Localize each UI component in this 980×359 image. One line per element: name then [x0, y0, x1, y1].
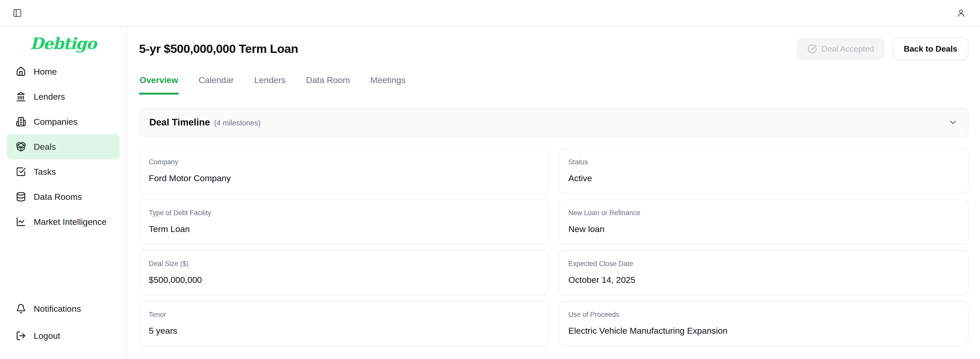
- field-label: Status: [568, 158, 959, 166]
- field-value: 5 years: [149, 326, 539, 336]
- chevron-down-icon: [948, 118, 958, 127]
- field-card-deal-size: Deal Size ($) $500,000,000: [139, 250, 549, 295]
- deal-timeline-accordion[interactable]: Deal Timeline (4 milestones): [139, 108, 969, 137]
- field-value: Active: [568, 173, 959, 183]
- deal-timeline-header: Deal Timeline (4 milestones): [149, 117, 261, 128]
- sidebar-toggle-button[interactable]: [13, 8, 22, 18]
- field-card-new-loan-or-refinance: New Loan or Refinance New loan: [558, 199, 969, 244]
- field-card-tenor: Tenor 5 years: [139, 301, 549, 346]
- sidebar-item-label: Tasks: [34, 167, 56, 177]
- tab-data-room[interactable]: Data Room: [305, 75, 350, 94]
- field-card-type-of-debt-facility: Type of Debt Facility Term Loan: [139, 199, 549, 244]
- back-to-deals-label: Back to Deals: [904, 44, 957, 54]
- landmark-icon: [16, 91, 26, 102]
- square-check-icon: [16, 167, 26, 177]
- chart-line-icon: [16, 217, 26, 227]
- package-icon: [16, 142, 26, 152]
- building-icon: [16, 116, 26, 127]
- sidebar-item-market-intelligence[interactable]: Market Intelligence: [6, 209, 120, 234]
- field-label: Expected Close Date: [568, 260, 959, 268]
- field-card-company: Company Ford Motor Company: [139, 148, 549, 193]
- sidebar-footer: Notifications Logout: [0, 296, 126, 348]
- sidebar-item-home[interactable]: Home: [6, 59, 120, 84]
- sidebar-item-data-rooms[interactable]: Data Rooms: [6, 184, 120, 209]
- field-label: Tenor: [149, 311, 539, 319]
- deal-accepted-label: Deal Accepted: [821, 44, 874, 54]
- sidebar-item-notifications[interactable]: Notifications: [6, 296, 120, 321]
- sidebar-item-companies[interactable]: Companies: [6, 109, 120, 134]
- deal-fields-grid: Company Ford Motor Company Status Active…: [139, 148, 969, 346]
- back-to-deals-button[interactable]: Back to Deals: [892, 38, 969, 60]
- brand-logo[interactable]: Debtigo: [0, 34, 126, 53]
- header-actions: Deal Accepted Back to Deals: [797, 38, 969, 60]
- field-value: October 14, 2025: [568, 275, 959, 285]
- field-card-use-of-proceeds: Use of Proceeds Electric Vehicle Manufac…: [558, 301, 969, 346]
- user-icon: [956, 8, 966, 18]
- sidebar: Debtigo Home Lenders: [0, 27, 127, 359]
- deal-timeline-meta: (4 milestones): [214, 119, 261, 127]
- deal-accepted-button[interactable]: Deal Accepted: [797, 38, 885, 60]
- sidebar-item-label: Home: [34, 67, 57, 77]
- page-header: 5-yr $500,000,000 Term Loan Deal Accepte…: [139, 38, 969, 60]
- field-value: Ford Motor Company: [149, 173, 539, 183]
- sidebar-item-deals[interactable]: Deals: [6, 134, 120, 159]
- circle-check-icon: [808, 44, 817, 54]
- log-out-icon: [16, 330, 26, 341]
- shell: Debtigo Home Lenders: [0, 27, 980, 359]
- app-root: Debtigo Home Lenders: [0, 0, 980, 359]
- house-icon: [16, 67, 26, 77]
- bell-icon: [16, 303, 26, 314]
- sidebar-item-label: Market Intelligence: [34, 217, 107, 227]
- tab-bar: Overview Calendar Lenders Data Room Meet…: [139, 75, 969, 94]
- field-label: Use of Proceeds: [568, 311, 959, 319]
- field-label: Deal Size ($): [149, 260, 539, 268]
- user-menu-button[interactable]: [956, 8, 966, 18]
- sidebar-item-label: Data Rooms: [34, 192, 82, 202]
- tab-calendar[interactable]: Calendar: [198, 75, 234, 94]
- field-card-status: Status Active: [558, 148, 969, 193]
- field-label: Company: [149, 158, 539, 166]
- page-title: 5-yr $500,000,000 Term Loan: [139, 41, 298, 56]
- tab-lenders[interactable]: Lenders: [254, 75, 286, 94]
- field-value: Electric Vehicle Manufacturing Expansion: [568, 326, 959, 336]
- field-card-expected-close-date: Expected Close Date October 14, 2025: [558, 250, 969, 295]
- database-icon: [16, 191, 26, 202]
- field-value: New loan: [568, 224, 959, 234]
- sidebar-item-tasks[interactable]: Tasks: [6, 159, 120, 184]
- sidebar-item-label: Notifications: [34, 304, 81, 314]
- field-value: Term Loan: [149, 224, 539, 234]
- topbar: [0, 0, 980, 27]
- sidebar-item-label: Lenders: [34, 92, 65, 102]
- sidebar-nav: Home Lenders Companies: [0, 59, 126, 234]
- sidebar-item-label: Logout: [34, 331, 60, 341]
- sidebar-item-label: Companies: [34, 117, 78, 127]
- deal-timeline-title: Deal Timeline: [149, 117, 210, 128]
- field-label: Type of Debt Facility: [149, 209, 539, 217]
- tab-overview[interactable]: Overview: [139, 75, 179, 94]
- main-content: 5-yr $500,000,000 Term Loan Deal Accepte…: [127, 27, 980, 359]
- panel-left-icon: [13, 8, 22, 18]
- field-label: New Loan or Refinance: [568, 209, 959, 217]
- sidebar-item-label: Deals: [34, 142, 56, 152]
- sidebar-item-logout[interactable]: Logout: [6, 323, 120, 348]
- field-value: $500,000,000: [149, 275, 539, 285]
- tab-meetings[interactable]: Meetings: [370, 75, 406, 94]
- sidebar-item-lenders[interactable]: Lenders: [6, 84, 120, 109]
